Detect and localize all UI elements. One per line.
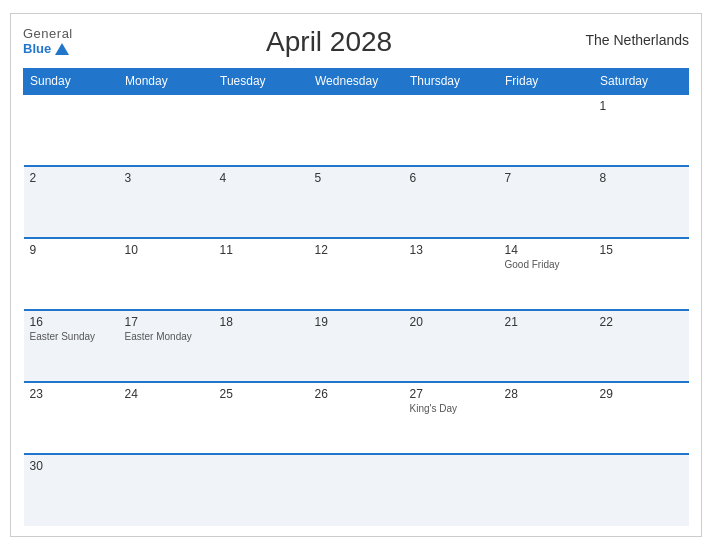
calendar-day-cell xyxy=(404,94,499,166)
logo-blue-text: Blue xyxy=(23,41,69,56)
weekday-header-sunday: Sunday xyxy=(24,69,119,95)
day-number: 27 xyxy=(410,387,493,401)
calendar-day-cell: 1 xyxy=(594,94,689,166)
calendar-week-row: 1 xyxy=(24,94,689,166)
day-number: 24 xyxy=(125,387,208,401)
calendar-day-cell xyxy=(404,454,499,526)
calendar-day-cell xyxy=(499,454,594,526)
calendar-day-cell: 26 xyxy=(309,382,404,454)
calendar-day-cell: 6 xyxy=(404,166,499,238)
day-number: 9 xyxy=(30,243,113,257)
logo-triangle-icon xyxy=(55,43,69,55)
day-number: 14 xyxy=(505,243,588,257)
day-number: 11 xyxy=(220,243,303,257)
day-number: 28 xyxy=(505,387,588,401)
calendar-day-cell xyxy=(309,454,404,526)
day-number: 2 xyxy=(30,171,113,185)
day-number: 10 xyxy=(125,243,208,257)
calendar-day-cell: 24 xyxy=(119,382,214,454)
calendar-day-cell xyxy=(309,94,404,166)
day-number: 19 xyxy=(315,315,398,329)
weekday-header-thursday: Thursday xyxy=(404,69,499,95)
day-number: 4 xyxy=(220,171,303,185)
calendar-day-cell: 10 xyxy=(119,238,214,310)
calendar-day-cell: 13 xyxy=(404,238,499,310)
calendar-day-cell: 22 xyxy=(594,310,689,382)
calendar-thead: SundayMondayTuesdayWednesdayThursdayFrid… xyxy=(24,69,689,95)
calendar-day-cell: 28 xyxy=(499,382,594,454)
calendar-header: General Blue April 2028 The Netherlands xyxy=(23,24,689,60)
calendar-week-row: 2324252627King's Day2829 xyxy=(24,382,689,454)
day-number: 17 xyxy=(125,315,208,329)
calendar-day-cell: 23 xyxy=(24,382,119,454)
calendar-week-row: 30 xyxy=(24,454,689,526)
calendar-day-cell: 3 xyxy=(119,166,214,238)
day-number: 12 xyxy=(315,243,398,257)
day-number: 21 xyxy=(505,315,588,329)
day-number: 15 xyxy=(600,243,683,257)
day-event: King's Day xyxy=(410,403,493,414)
calendar-day-cell: 8 xyxy=(594,166,689,238)
calendar-title: April 2028 xyxy=(73,26,586,58)
calendar-week-row: 2345678 xyxy=(24,166,689,238)
calendar-day-cell xyxy=(499,94,594,166)
day-number: 20 xyxy=(410,315,493,329)
calendar-country: The Netherlands xyxy=(585,26,689,48)
calendar-day-cell: 27King's Day xyxy=(404,382,499,454)
calendar-tbody: 1234567891011121314Good Friday1516Easter… xyxy=(24,94,689,526)
calendar-day-cell: 21 xyxy=(499,310,594,382)
calendar-day-cell: 15 xyxy=(594,238,689,310)
calendar-week-row: 16Easter Sunday17Easter Monday1819202122 xyxy=(24,310,689,382)
day-number: 1 xyxy=(600,99,683,113)
weekday-header-wednesday: Wednesday xyxy=(309,69,404,95)
day-number: 7 xyxy=(505,171,588,185)
calendar-day-cell xyxy=(594,454,689,526)
calendar-day-cell: 14Good Friday xyxy=(499,238,594,310)
day-number: 26 xyxy=(315,387,398,401)
day-event: Easter Sunday xyxy=(30,331,113,342)
calendar-container: General Blue April 2028 The Netherlands … xyxy=(10,13,702,537)
calendar-day-cell: 18 xyxy=(214,310,309,382)
weekday-header-row: SundayMondayTuesdayWednesdayThursdayFrid… xyxy=(24,69,689,95)
calendar-day-cell: 12 xyxy=(309,238,404,310)
day-number: 29 xyxy=(600,387,683,401)
day-number: 25 xyxy=(220,387,303,401)
day-number: 22 xyxy=(600,315,683,329)
calendar-day-cell: 4 xyxy=(214,166,309,238)
calendar-day-cell: 17Easter Monday xyxy=(119,310,214,382)
calendar-day-cell xyxy=(119,454,214,526)
day-number: 18 xyxy=(220,315,303,329)
weekday-header-friday: Friday xyxy=(499,69,594,95)
logo: General Blue xyxy=(23,26,73,56)
day-number: 13 xyxy=(410,243,493,257)
day-number: 5 xyxy=(315,171,398,185)
weekday-header-monday: Monday xyxy=(119,69,214,95)
calendar-day-cell: 2 xyxy=(24,166,119,238)
calendar-day-cell: 19 xyxy=(309,310,404,382)
calendar-day-cell xyxy=(214,94,309,166)
day-number: 30 xyxy=(30,459,113,473)
weekday-header-saturday: Saturday xyxy=(594,69,689,95)
calendar-day-cell: 30 xyxy=(24,454,119,526)
calendar-day-cell xyxy=(24,94,119,166)
logo-general-text: General xyxy=(23,26,73,41)
day-number: 3 xyxy=(125,171,208,185)
calendar-day-cell: 29 xyxy=(594,382,689,454)
weekday-header-tuesday: Tuesday xyxy=(214,69,309,95)
day-event: Good Friday xyxy=(505,259,588,270)
calendar-day-cell: 7 xyxy=(499,166,594,238)
calendar-day-cell xyxy=(214,454,309,526)
day-number: 16 xyxy=(30,315,113,329)
day-number: 6 xyxy=(410,171,493,185)
calendar-week-row: 91011121314Good Friday15 xyxy=(24,238,689,310)
calendar-day-cell: 11 xyxy=(214,238,309,310)
calendar-day-cell: 20 xyxy=(404,310,499,382)
calendar-day-cell: 16Easter Sunday xyxy=(24,310,119,382)
day-event: Easter Monday xyxy=(125,331,208,342)
calendar-grid: SundayMondayTuesdayWednesdayThursdayFrid… xyxy=(23,68,689,526)
calendar-day-cell xyxy=(119,94,214,166)
day-number: 23 xyxy=(30,387,113,401)
calendar-day-cell: 25 xyxy=(214,382,309,454)
calendar-day-cell: 5 xyxy=(309,166,404,238)
calendar-day-cell: 9 xyxy=(24,238,119,310)
